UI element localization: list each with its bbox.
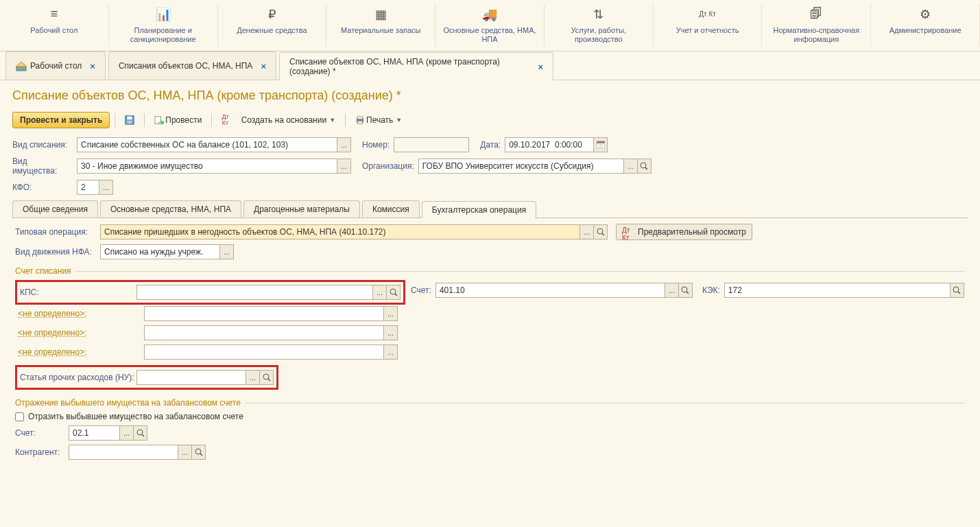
select-button[interactable]: ... xyxy=(220,244,234,259)
svg-rect-0 xyxy=(16,67,26,71)
nav-desktop[interactable]: ≡ Рабочий стол xyxy=(0,4,109,47)
schet-input[interactable] xyxy=(435,283,665,298)
kontragent-input[interactable] xyxy=(69,445,178,460)
nav-planning[interactable]: 📊 Планирование и санкционирование xyxy=(109,4,218,47)
svg-rect-4 xyxy=(128,121,132,124)
subtab-committee[interactable]: Комиссия xyxy=(362,200,420,218)
create-based-button[interactable]: Создать на основании ▼ xyxy=(237,113,340,128)
select-button[interactable]: ... xyxy=(384,325,398,340)
search-button[interactable] xyxy=(260,370,274,385)
zabalans-checkbox[interactable] xyxy=(15,412,24,421)
subtab-os[interactable]: Основные средства, НМА, НПА xyxy=(100,200,241,218)
svg-line-21 xyxy=(686,292,689,294)
truck-icon: 🚚 xyxy=(441,7,538,22)
fieldset-schet: Счет списания xyxy=(15,266,965,276)
subtab-operation[interactable]: Бухгалтерская операция xyxy=(422,201,536,218)
post-button[interactable]: Провести xyxy=(150,113,206,128)
svg-line-19 xyxy=(395,294,397,296)
label-nd1: <не определено>: xyxy=(18,309,140,318)
search-button[interactable] xyxy=(594,224,608,239)
zschet-input[interactable] xyxy=(69,425,120,441)
tip-op-input[interactable] xyxy=(100,224,580,239)
subtabs: Общие сведения Основные средства, НМА, Н… xyxy=(12,200,968,218)
select-button[interactable]: ... xyxy=(624,159,638,174)
dtkt-icon: ДтКт xyxy=(622,226,634,237)
kfo-input[interactable] xyxy=(77,180,99,195)
select-button[interactable]: ... xyxy=(178,445,192,460)
svg-rect-8 xyxy=(358,117,363,119)
vid-dvizh-input[interactable] xyxy=(100,244,220,259)
select-button[interactable]: ... xyxy=(246,370,260,385)
search-button[interactable] xyxy=(679,283,693,298)
svg-point-6 xyxy=(160,121,164,124)
subtab-metals[interactable]: Драгоценные материалы xyxy=(243,200,360,218)
kps-input[interactable] xyxy=(136,285,373,300)
menu-icon: ≡ xyxy=(5,7,103,22)
nomer-input[interactable] xyxy=(394,137,469,152)
select-button[interactable]: ... xyxy=(337,137,351,152)
svg-line-23 xyxy=(958,292,960,294)
nd1-input[interactable] xyxy=(144,306,384,321)
search-button[interactable] xyxy=(638,159,652,174)
label-zabalans-cb: Отразить выбывшее имущество на забалансо… xyxy=(28,412,243,421)
dtkt-icon: Дт Кт xyxy=(659,7,756,22)
svg-marker-1 xyxy=(16,62,27,67)
label-org: Организация: xyxy=(362,161,414,171)
label-vid-dvizh: Вид движения НФА: xyxy=(15,247,96,257)
label-statya: Статья прочих расходов (НУ): xyxy=(20,373,136,382)
vid-spisania-input[interactable] xyxy=(77,137,337,152)
org-input[interactable] xyxy=(418,159,624,174)
vid-imush-input[interactable] xyxy=(77,159,337,174)
nav-materials[interactable]: ▦ Материальные запасы xyxy=(326,4,435,47)
tab-content: Типовая операция: ... ДтКт Предварительн… xyxy=(12,218,968,469)
search-button[interactable] xyxy=(951,283,964,298)
svg-line-27 xyxy=(142,434,144,436)
statya-input[interactable] xyxy=(136,370,246,385)
post-and-close-button[interactable]: Провести и закрыть xyxy=(12,112,110,128)
calendar-button[interactable] xyxy=(594,137,608,152)
close-icon[interactable]: × xyxy=(90,61,95,71)
tab-writeoffs-list[interactable]: Списания объектов ОС, НМА, НПА × xyxy=(108,51,276,80)
close-icon[interactable]: × xyxy=(538,62,543,72)
subtab-general[interactable]: Общие сведения xyxy=(12,200,98,218)
arrows-icon: ⇅ xyxy=(550,7,647,22)
open-tabs: Рабочий стол × Списания объектов ОС, НМА… xyxy=(0,51,980,80)
page-title: Списание объектов ОС, НМА, НПА (кроме тр… xyxy=(12,89,968,103)
select-button[interactable]: ... xyxy=(373,285,387,300)
page-content: Списание объектов ОС, НМА, НПА (кроме тр… xyxy=(0,80,980,478)
nav-money[interactable]: ₽ Денежные средства xyxy=(218,4,327,47)
nd3-input[interactable] xyxy=(144,344,384,360)
nav-reference[interactable]: 🗐 Нормативно-справочная информация xyxy=(762,4,871,47)
select-button[interactable]: ... xyxy=(120,425,134,441)
select-button[interactable]: ... xyxy=(665,283,679,298)
label-kps: КПС: xyxy=(20,288,136,297)
dtkt-button[interactable]: ДтКт xyxy=(217,111,233,129)
label-vid-imush: Вид имущества: xyxy=(12,156,73,176)
search-button[interactable] xyxy=(387,285,401,300)
label-zschet: Счет: xyxy=(15,428,64,438)
search-button[interactable] xyxy=(192,445,206,460)
preview-button[interactable]: ДтКт Предварительный просмотр xyxy=(616,224,752,240)
save-button[interactable] xyxy=(120,113,139,128)
close-icon[interactable]: × xyxy=(261,61,266,71)
select-button[interactable]: ... xyxy=(384,344,398,360)
nav-services[interactable]: ⇅ Услуги, работы, производство xyxy=(545,4,654,47)
nav-accounting[interactable]: Дт Кт Учет и отчетность xyxy=(654,4,763,47)
highlight-kps: КПС: ... xyxy=(15,280,405,305)
nav-admin[interactable]: ⚙ Администрирование xyxy=(871,4,980,47)
home-icon xyxy=(16,60,27,71)
tab-writeoff-create[interactable]: Списание объектов ОС, НМА, НПА (кроме тр… xyxy=(279,52,553,80)
select-button[interactable]: ... xyxy=(580,224,594,239)
select-button[interactable]: ... xyxy=(99,180,113,195)
nd2-input[interactable] xyxy=(144,325,384,340)
kek-input[interactable] xyxy=(724,283,951,298)
select-button[interactable]: ... xyxy=(384,306,398,321)
data-input[interactable] xyxy=(505,137,594,152)
tab-desktop[interactable]: Рабочий стол × xyxy=(5,51,106,80)
select-button[interactable]: ... xyxy=(337,159,351,174)
nav-assets[interactable]: 🚚 Основные средства, НМА, НПА xyxy=(435,4,545,47)
search-button[interactable] xyxy=(134,425,147,441)
label-tip-op: Типовая операция: xyxy=(15,227,96,237)
print-button[interactable]: Печать ▼ xyxy=(350,113,407,128)
svg-point-18 xyxy=(390,289,396,294)
